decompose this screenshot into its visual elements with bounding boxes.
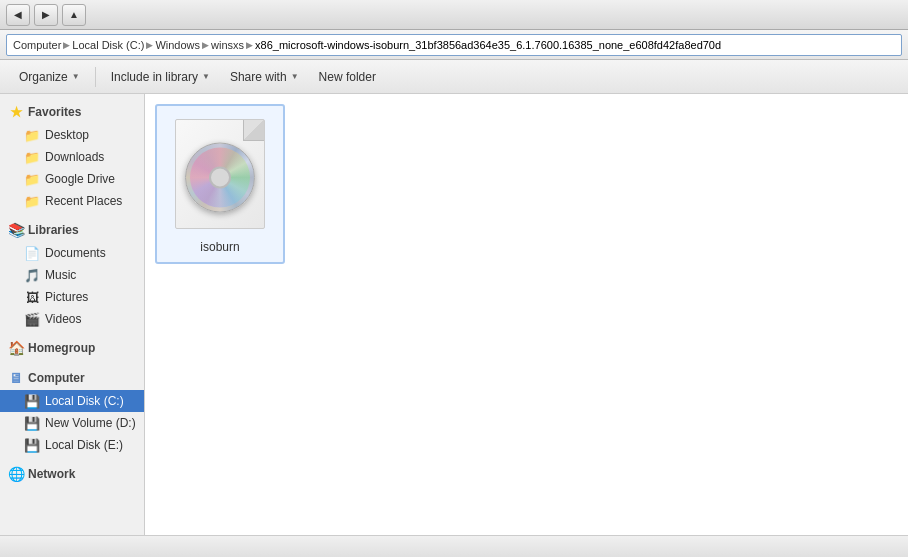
sidebar-item-music[interactable]: 🎵 Music [0,264,144,286]
recentplaces-label: Recent Places [45,194,122,208]
toolbar: Organize ▼ Include in library ▼ Share wi… [0,60,908,94]
computer-label: Computer [28,371,85,385]
sidebar-item-documents[interactable]: 📄 Documents [0,242,144,264]
computer-header[interactable]: 🖥 Computer [0,366,144,390]
status-bar [0,535,908,557]
downloads-label: Downloads [45,150,104,164]
documents-label: Documents [45,246,106,260]
videos-label: Videos [45,312,81,326]
downloads-icon: 📁 [24,149,40,165]
sidebar-item-videos[interactable]: 🎬 Videos [0,308,144,330]
content-area: isoburn [145,94,908,535]
favorites-section: ★ Favorites 📁 Desktop 📁 Downloads 📁 Goog… [0,100,144,212]
new-folder-button[interactable]: New folder [310,64,385,90]
share-label: Share with [230,70,287,84]
path-windows: Windows [155,39,200,51]
documents-icon: 📄 [24,245,40,261]
disc-icon [185,143,255,213]
path-winsxs: winsxs [211,39,244,51]
path-drive: Local Disk (C:) [72,39,144,51]
homegroup-section: 🏠 Homegroup [0,336,144,360]
recentplaces-icon: 📁 [24,193,40,209]
file-grid: isoburn [155,104,898,264]
back-button[interactable]: ◀ [6,4,30,26]
libraries-header[interactable]: 📚 Libraries [0,218,144,242]
network-label: Network [28,467,75,481]
sidebar-item-volumed[interactable]: 💾 New Volume (D:) [0,412,144,434]
googledrive-icon: 📁 [24,171,40,187]
libraries-section: 📚 Libraries 📄 Documents 🎵 Music 🖼 Pictur… [0,218,144,330]
organize-arrow: ▼ [72,72,80,81]
file-icon-wrapper [170,114,270,234]
locale-icon: 💾 [24,437,40,453]
videos-icon: 🎬 [24,311,40,327]
desktop-label: Desktop [45,128,89,142]
title-bar: ◀ ▶ ▲ [0,0,908,30]
file-name: isoburn [200,240,239,254]
organize-button[interactable]: Organize ▼ [10,64,89,90]
computer-section: 🖥 Computer 💾 Local Disk (C:) 💾 New Volum… [0,366,144,456]
music-label: Music [45,268,76,282]
up-button[interactable]: ▲ [62,4,86,26]
homegroup-icon: 🏠 [8,340,24,356]
disc-rainbow [190,148,250,208]
sidebar-item-pictures[interactable]: 🖼 Pictures [0,286,144,308]
computer-icon: 🖥 [8,370,24,386]
path-computer: Computer [13,39,61,51]
music-icon: 🎵 [24,267,40,283]
pictures-label: Pictures [45,290,88,304]
libraries-label: Libraries [28,223,79,237]
volumed-label: New Volume (D:) [45,416,136,430]
googledrive-label: Google Drive [45,172,115,186]
disc-container [185,143,255,213]
favorites-icon: ★ [8,104,24,120]
file-item-isoburn[interactable]: isoburn [155,104,285,264]
sidebar-item-googledrive[interactable]: 📁 Google Drive [0,168,144,190]
toolbar-separator [95,67,96,87]
homegroup-label: Homegroup [28,341,95,355]
sidebar-item-downloads[interactable]: 📁 Downloads [0,146,144,168]
localc-icon: 💾 [24,393,40,409]
new-folder-label: New folder [319,70,376,84]
locale-label: Local Disk (E:) [45,438,123,452]
favorites-label: Favorites [28,105,81,119]
volumed-icon: 💾 [24,415,40,431]
sidebar-item-desktop[interactable]: 📁 Desktop [0,124,144,146]
include-label: Include in library [111,70,198,84]
libraries-icon: 📚 [8,222,24,238]
organize-label: Organize [19,70,68,84]
forward-button[interactable]: ▶ [34,4,58,26]
share-with-button[interactable]: Share with ▼ [221,64,308,90]
sidebar-item-localc[interactable]: 💾 Local Disk (C:) [0,390,144,412]
address-bar: Computer ▶ Local Disk (C:) ▶ Windows ▶ w… [0,30,908,60]
network-section: 🌐 Network [0,462,144,486]
localc-label: Local Disk (C:) [45,394,124,408]
path-current: x86_microsoft-windows-isoburn_31bf3856ad… [255,39,721,51]
include-arrow: ▼ [202,72,210,81]
doc-page [175,119,265,229]
homegroup-header[interactable]: 🏠 Homegroup [0,336,144,360]
sidebar: ★ Favorites 📁 Desktop 📁 Downloads 📁 Goog… [0,94,145,535]
pictures-icon: 🖼 [24,289,40,305]
include-library-button[interactable]: Include in library ▼ [102,64,219,90]
sidebar-item-recentplaces[interactable]: 📁 Recent Places [0,190,144,212]
share-arrow: ▼ [291,72,299,81]
sidebar-item-locale[interactable]: 💾 Local Disk (E:) [0,434,144,456]
address-path[interactable]: Computer ▶ Local Disk (C:) ▶ Windows ▶ w… [6,34,902,56]
main-layout: ★ Favorites 📁 Desktop 📁 Downloads 📁 Goog… [0,94,908,535]
network-icon: 🌐 [8,466,24,482]
favorites-header[interactable]: ★ Favorites [0,100,144,124]
desktop-icon: 📁 [24,127,40,143]
network-header[interactable]: 🌐 Network [0,462,144,486]
